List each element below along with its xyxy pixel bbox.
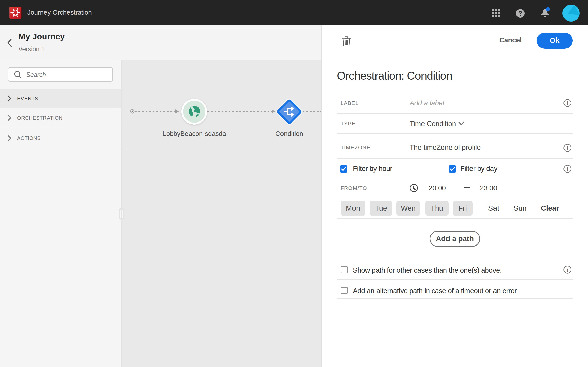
svg-text:i: i [567,166,568,172]
svg-text:i: i [567,100,568,106]
svg-text:i: i [567,267,568,273]
svg-text:i: i [567,145,568,151]
